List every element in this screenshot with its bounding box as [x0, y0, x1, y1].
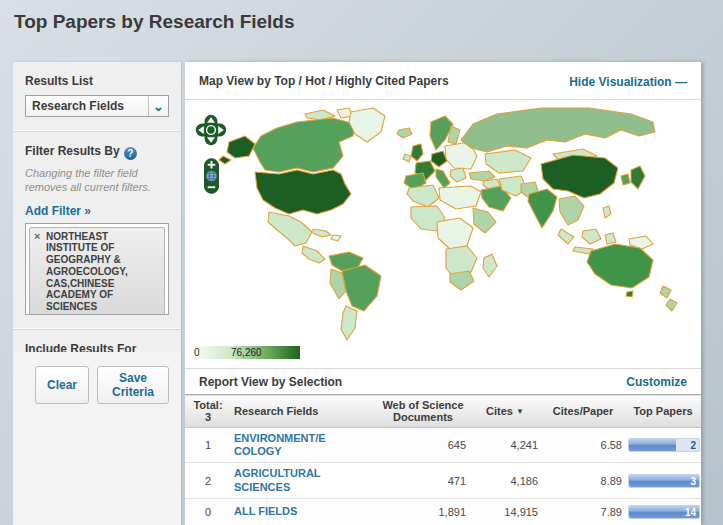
sidebar-actions: Clear Save Criteria — [13, 352, 181, 525]
bar-value: 14 — [685, 507, 696, 518]
filter-results-label: Filter Results By? — [25, 144, 169, 160]
results-list-value: Research Fields — [26, 99, 148, 113]
world-map[interactable] — [185, 102, 701, 347]
documents-cell: 1,891 — [377, 498, 469, 525]
col-cites-sortable[interactable]: Cites ▼ — [469, 395, 541, 428]
map-title: Map View by Top / Hot / Highly Cited Pap… — [199, 74, 449, 88]
cites-cell: 4,241 — [469, 428, 541, 463]
report-table: Total: 3 Research Fields Web of Science … — [185, 394, 701, 525]
cites-per-paper-cell: 8.89 — [541, 463, 625, 498]
cites-cell: 4,186 — [469, 463, 541, 498]
sort-descending-icon: ▼ — [516, 407, 524, 416]
report-title: Report View by Selection — [199, 375, 342, 389]
report-header: Report View by Selection Customize — [185, 368, 701, 394]
table-row: 0 ALL FIELDS 1,891 14,915 7.89 14 — [185, 498, 701, 525]
clear-button[interactable]: Clear — [35, 366, 89, 404]
legend-max: 76,260 — [231, 347, 262, 358]
filter-chip-text: NORTHEAST INSTITUTE OF GEOGRAPHY & AGROE… — [46, 231, 128, 313]
top-papers-bar: 2 — [628, 438, 700, 452]
col-research-fields: Research Fields — [231, 395, 377, 428]
top-papers-bar: 3 — [628, 474, 700, 488]
chevron-down-icon: ⌄ — [148, 96, 168, 116]
col-cites-per-paper: Cites/Paper — [541, 395, 625, 428]
table-header-row: Total: 3 Research Fields Web of Science … — [185, 395, 701, 428]
table-row: 1 ENVIRONMENT/ECOLOGY 645 4,241 6.58 2 — [185, 428, 701, 463]
help-icon[interactable]: ? — [124, 147, 137, 160]
top-papers-bar: 14 — [628, 505, 700, 519]
cites-per-paper-cell: 6.58 — [541, 428, 625, 463]
results-list-section: Results List Research Fields ⌄ — [13, 62, 181, 132]
main-panel: Map View by Top / Hot / Highly Cited Pap… — [185, 62, 701, 525]
add-filter-link[interactable]: Add Filter » — [25, 204, 91, 218]
hide-visualization-label: Hide Visualization — [569, 75, 671, 89]
col-wos-documents: Web of Science Documents — [377, 395, 469, 428]
remove-filter-icon[interactable]: × — [34, 230, 40, 243]
results-list-select[interactable]: Research Fields ⌄ — [25, 95, 169, 117]
total-label: Total: — [188, 399, 228, 411]
bar-value: 3 — [690, 476, 696, 487]
documents-cell: 471 — [377, 463, 469, 498]
zoom-world-button[interactable] — [206, 171, 216, 181]
sidebar: Results List Research Fields ⌄ Filter Re… — [13, 62, 181, 525]
documents-cell: 645 — [377, 428, 469, 463]
col-top-papers: Top Papers — [625, 395, 701, 428]
map-area: 0 76,260 — [185, 100, 701, 368]
field-link[interactable]: ENVIRONMENT/ECOLOGY — [234, 432, 328, 458]
filter-listbox[interactable]: × NORTHEAST INSTITUTE OF GEOGRAPHY & AGR… — [25, 223, 169, 315]
field-link[interactable]: AGRICULTURAL SCIENCES — [234, 467, 328, 493]
pan-control[interactable] — [195, 114, 227, 146]
customize-link[interactable]: Customize — [626, 375, 687, 389]
map-legend: 0 76,260 — [193, 346, 300, 359]
results-list-label: Results List — [25, 74, 169, 88]
rank-cell: 1 — [185, 428, 231, 463]
save-criteria-button[interactable]: Save Criteria — [97, 366, 169, 404]
field-link[interactable]: ALL FIELDS — [234, 505, 328, 518]
page-title: Top Papers by Research Fields — [14, 11, 295, 33]
collapse-dash-icon: — — [675, 75, 687, 89]
cites-label: Cites — [486, 405, 513, 417]
filter-note: Changing the filter field removes all cu… — [25, 167, 169, 195]
bar-fill — [629, 475, 699, 487]
col-total: Total: 3 — [185, 395, 231, 428]
total-value: 3 — [188, 411, 228, 423]
rank-cell: 2 — [185, 463, 231, 498]
map-header: Map View by Top / Hot / Highly Cited Pap… — [185, 62, 701, 100]
table-row: 2 AGRICULTURAL SCIENCES 471 4,186 8.89 3 — [185, 463, 701, 498]
filter-results-label-text: Filter Results By — [25, 144, 120, 158]
rank-cell: 0 — [185, 498, 231, 525]
filter-section: Filter Results By? Changing the filter f… — [13, 132, 181, 330]
legend-min: 0 — [194, 347, 200, 358]
cites-per-paper-cell: 7.89 — [541, 498, 625, 525]
hide-visualization-link[interactable]: Hide Visualization — — [569, 75, 687, 89]
filter-chip[interactable]: × NORTHEAST INSTITUTE OF GEOGRAPHY & AGR… — [29, 227, 165, 315]
zoom-control[interactable] — [204, 158, 219, 194]
bar-fill — [629, 439, 676, 451]
bar-value: 2 — [690, 440, 696, 451]
cites-cell: 14,915 — [469, 498, 541, 525]
